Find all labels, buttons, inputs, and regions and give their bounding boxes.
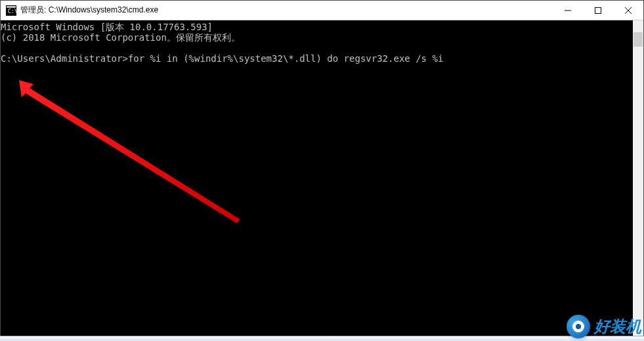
taskbar-edge — [0, 336, 644, 341]
svg-text:C:\: C:\ — [8, 9, 16, 14]
window-controls — [553, 1, 643, 20]
maximize-button[interactable] — [583, 1, 613, 20]
minimize-button[interactable] — [553, 1, 583, 20]
svg-rect-1 — [7, 6, 16, 8]
cmd-window: C:\ 管理员: C:\Windows\system32\cmd.exe Mic… — [0, 0, 644, 341]
console-line: (c) 2018 Microsoft Corporation。保留所有权利。 — [1, 32, 240, 43]
console-output[interactable]: Microsoft Windows [版本 10.0.17763.593] (c… — [1, 20, 633, 340]
cmd-icon: C:\ — [6, 5, 16, 16]
vertical-scrollbar[interactable] — [633, 20, 643, 340]
prompt-text: C:\Users\Administrator> — [1, 53, 128, 64]
console-line: Microsoft Windows [版本 10.0.17763.593] — [1, 22, 213, 32]
scrollbar-thumb[interactable] — [633, 32, 643, 47]
window-title: 管理员: C:\Windows\system32\cmd.exe — [20, 5, 553, 16]
command-text: for %i in (%windir%\system32\*.dll) do r… — [128, 53, 443, 64]
svg-rect-4 — [595, 7, 601, 13]
console-area: Microsoft Windows [版本 10.0.17763.593] (c… — [1, 20, 643, 340]
titlebar[interactable]: C:\ 管理员: C:\Windows\system32\cmd.exe — [1, 1, 643, 20]
close-button[interactable] — [613, 1, 643, 20]
annotation-arrow-icon — [1, 72, 263, 230]
